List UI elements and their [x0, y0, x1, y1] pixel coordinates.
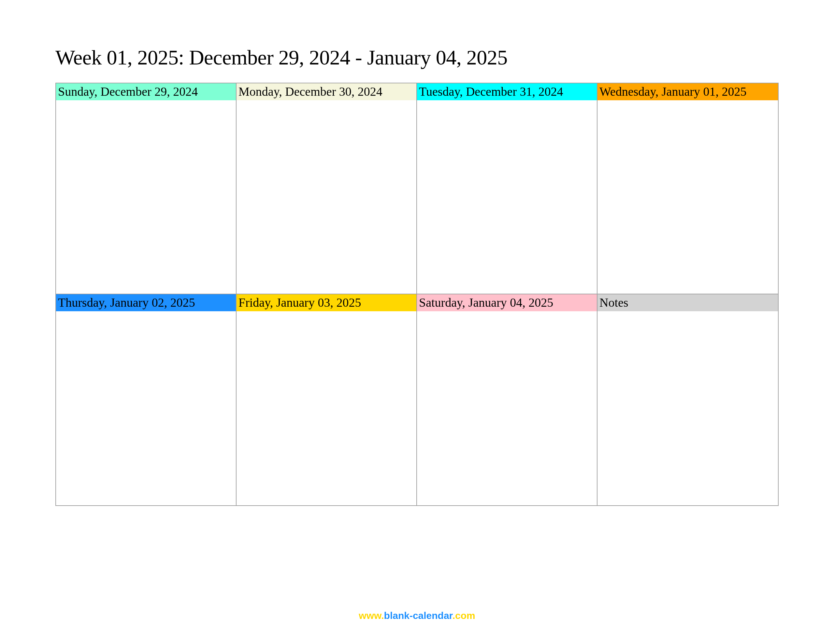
- day-header-thursday: Thursday, January 02, 2025: [56, 294, 236, 311]
- calendar-grid: Sunday, December 29, 2024 Monday, Decemb…: [55, 83, 779, 506]
- footer-link-prefix: www.: [359, 610, 384, 621]
- weekly-calendar-page: Week 01, 2025: December 29, 2024 - Janua…: [0, 0, 834, 506]
- day-header-notes: Notes: [598, 294, 778, 311]
- day-header-monday: Monday, December 30, 2024: [236, 83, 417, 100]
- day-cell-friday[interactable]: [236, 311, 417, 505]
- day-header-friday: Friday, January 03, 2025: [236, 294, 417, 311]
- footer-link-suffix: .com: [453, 610, 475, 621]
- day-cell-tuesday[interactable]: [417, 100, 598, 294]
- footer-link[interactable]: www.blank-calendar.com: [359, 610, 475, 621]
- day-cell-wednesday[interactable]: [598, 100, 778, 294]
- day-header-tuesday: Tuesday, December 31, 2024: [417, 83, 598, 100]
- day-cell-thursday[interactable]: [56, 311, 236, 505]
- day-cell-saturday[interactable]: [417, 311, 598, 505]
- day-cell-notes[interactable]: [598, 311, 778, 505]
- day-header-wednesday: Wednesday, January 01, 2025: [598, 83, 778, 100]
- day-cell-sunday[interactable]: [56, 100, 236, 294]
- day-header-saturday: Saturday, January 04, 2025: [417, 294, 598, 311]
- footer-link-main: blank-calendar: [384, 610, 453, 621]
- day-cell-monday[interactable]: [236, 100, 417, 294]
- day-header-sunday: Sunday, December 29, 2024: [56, 83, 236, 100]
- page-title: Week 01, 2025: December 29, 2024 - Janua…: [55, 45, 779, 70]
